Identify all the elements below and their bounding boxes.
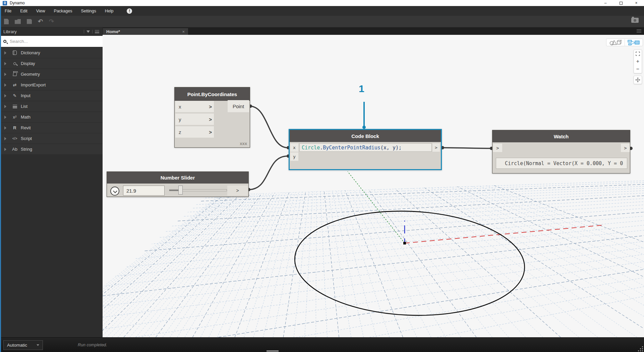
menu-file[interactable]: File	[5, 9, 11, 13]
input-port[interactable]: >	[493, 144, 502, 152]
tab-close-icon[interactable]: ×	[182, 29, 185, 34]
lacing-badge[interactable]: xxx	[240, 141, 247, 146]
input-port-x[interactable]: x	[290, 143, 298, 152]
watch-value: Circle(Normal = Vector(X = 0.000, Y = 0	[496, 158, 627, 169]
sidebar-item-label: Input	[21, 93, 31, 98]
sidebar-item-math[interactable]: x² Math	[0, 112, 103, 123]
slider-value-input[interactable]: 21.9	[123, 186, 165, 196]
sidebar-item-label: Revit	[21, 125, 31, 130]
geometry-view-button[interactable]	[606, 39, 625, 46]
zoom-out-button[interactable]: −	[636, 67, 639, 71]
annotation-label[interactable]: 1	[359, 83, 364, 94]
sidebar-item-input[interactable]: ✎ Input	[0, 90, 103, 101]
graph-canvas[interactable]: 1 Point.ByCoordinates x> y> z> Point xxx…	[103, 35, 644, 337]
menu-help[interactable]: Help	[105, 9, 114, 13]
slider-expand-button[interactable]	[110, 187, 119, 196]
close-button[interactable]: ×	[629, 0, 644, 6]
menu-view[interactable]: View	[36, 9, 45, 13]
expander-icon[interactable]	[4, 137, 6, 140]
library-menu-icon[interactable]	[95, 30, 99, 33]
filter-icon[interactable]	[86, 30, 90, 33]
maximize-button[interactable]	[613, 0, 629, 6]
expander-icon[interactable]	[4, 148, 6, 151]
sidebar-item-label: Script	[21, 136, 32, 141]
revit-icon: R	[11, 125, 18, 130]
wire-point-to-codeblock[interactable]	[250, 106, 288, 148]
expander-icon[interactable]	[4, 51, 6, 55]
sidebar-item-display[interactable]: Display	[0, 58, 103, 69]
output-port[interactable]: >	[432, 143, 440, 152]
tab-home[interactable]: Home* ×	[103, 28, 188, 35]
export-image-button[interactable]	[631, 18, 639, 23]
node-number-slider[interactable]: Number Slider 21.9 >	[107, 171, 249, 197]
graph-view-button[interactable]	[625, 39, 643, 46]
zoom-in-button[interactable]: +	[636, 59, 639, 64]
wire-slider-to-codeblock[interactable]	[249, 156, 288, 190]
expander-icon[interactable]	[4, 94, 6, 97]
redo-button[interactable]: ↷	[49, 19, 54, 24]
revit-logo-icon: R	[3, 1, 7, 5]
node-title[interactable]: Watch	[492, 130, 630, 142]
node-code-block[interactable]: Code Block x y Circle.ByCenterPointRadiu…	[289, 129, 442, 170]
expander-icon[interactable]	[4, 105, 6, 108]
math-icon: x²	[11, 115, 18, 120]
pan-icon	[635, 77, 640, 82]
output-port[interactable]: >	[621, 144, 630, 152]
run-mode-dropdown[interactable]: Automatic	[3, 340, 43, 350]
expander-icon[interactable]	[4, 116, 6, 119]
node-title[interactable]: Code Block	[290, 130, 441, 142]
camera-icon	[631, 18, 639, 23]
sidebar-item-dictionary[interactable]: Dictionary	[0, 48, 103, 58]
node-title[interactable]: Point.ByCoordinates	[175, 87, 250, 101]
expander-icon[interactable]	[4, 83, 6, 87]
search-input[interactable]	[10, 39, 94, 44]
output-port[interactable]: >	[227, 186, 248, 196]
book-icon	[11, 51, 18, 55]
view-mode-toggle	[606, 39, 643, 46]
slider-fill	[169, 190, 179, 191]
axis-lines	[348, 171, 604, 244]
node-title[interactable]: Number Slider	[107, 172, 248, 184]
menu-edit[interactable]: Edit	[20, 9, 27, 13]
new-file-button[interactable]	[4, 19, 9, 24]
sidebar-item-revit[interactable]: R Revit	[0, 123, 103, 133]
input-port-x[interactable]: x>	[175, 101, 214, 112]
menu-bar: File Edit View Packages Settings Help !	[0, 6, 644, 16]
slider-thumb[interactable]	[178, 186, 183, 195]
input-port-z[interactable]: z>	[175, 126, 214, 138]
notification-icon[interactable]: !	[127, 8, 132, 14]
wire-codeblock-to-watch[interactable]	[443, 148, 491, 148]
menu-packages[interactable]: Packages	[54, 9, 72, 13]
input-port-y[interactable]: y>	[175, 114, 214, 125]
undo-button[interactable]: ↶	[38, 19, 43, 24]
expander-icon[interactable]	[4, 73, 6, 76]
expander-icon[interactable]	[4, 62, 6, 65]
expander-icon[interactable]	[4, 126, 6, 130]
library-search[interactable]	[0, 36, 103, 47]
chevron-right-icon: >	[209, 104, 212, 110]
save-button[interactable]	[27, 19, 32, 24]
new-file-icon	[4, 19, 9, 24]
sidebar-item-list[interactable]: List	[0, 101, 103, 112]
library-title: Library	[3, 29, 17, 34]
open-file-button[interactable]	[15, 19, 21, 24]
menu-settings[interactable]: Settings	[81, 9, 96, 13]
fit-view-button[interactable]	[636, 52, 640, 56]
minimize-button[interactable]: –	[598, 0, 613, 6]
output-port-point[interactable]: Point	[228, 100, 249, 112]
node-point-bycoordinates[interactable]: Point.ByCoordinates x> y> z> Point xxx	[174, 87, 250, 148]
sidebar-item-importexport[interactable]: ⇄ ImportExport	[0, 80, 103, 90]
zoom-controls: + −	[634, 50, 642, 73]
tab-list-icon[interactable]	[637, 29, 641, 33]
code-editor[interactable]: Circle.ByCenterPointRadius(x, y);	[299, 143, 432, 152]
node-watch[interactable]: Watch > > Circle(Normal = Vector(X = 0.0…	[492, 130, 630, 173]
list-icon	[11, 105, 18, 108]
sidebar-item-script[interactable]: </> Script	[0, 133, 103, 144]
input-port-y[interactable]: y	[290, 152, 298, 161]
chevron-right-icon: >	[209, 129, 212, 135]
resize-grip[interactable]	[638, 346, 643, 351]
pan-button[interactable]	[634, 76, 642, 84]
sidebar-item-geometry[interactable]: Geometry	[0, 69, 103, 80]
sidebar-item-string[interactable]: Ab String	[0, 144, 103, 155]
tab-bar: Home* ×	[103, 27, 644, 35]
